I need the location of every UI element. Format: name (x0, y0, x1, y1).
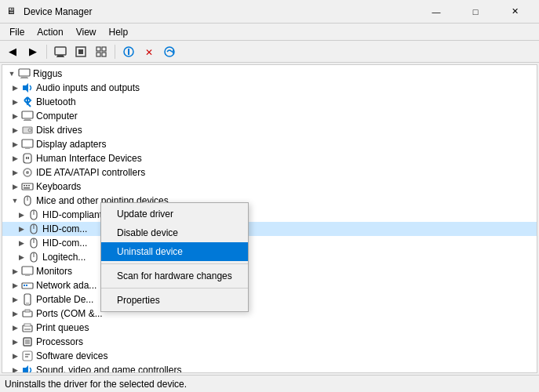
svg-rect-25 (25, 147, 30, 149)
tree-item-audio[interactable]: ▶Audio inputs and outputs (2, 81, 537, 95)
icon-mice (21, 194, 34, 207)
expand-btn-logitech[interactable]: ▶ (15, 251, 27, 263)
tree-item-monitors[interactable]: ▶Monitors (2, 264, 537, 278)
toolbar-btn-2[interactable] (71, 43, 90, 60)
label-network: Network ada... (36, 278, 97, 292)
expand-btn-hid-com2[interactable]: ▶ (15, 237, 27, 249)
icon-disk (21, 124, 34, 136)
label-portable: Portable De... (36, 292, 93, 307)
expand-btn-audio[interactable]: ▶ (9, 82, 21, 94)
expand-btn-processors[interactable]: ▶ (9, 336, 21, 348)
svg-rect-0 (55, 47, 66, 55)
icon-hid-mouse (27, 209, 40, 221)
label-computer: Computer (36, 109, 78, 123)
minimize-button[interactable]: — (418, 2, 454, 21)
tree-item-print[interactable]: ▶Print queues (2, 321, 537, 335)
expand-btn-hid[interactable]: ▶ (9, 152, 21, 165)
root-expand[interactable]: ▼ (5, 67, 18, 80)
ctx-uninstall-device[interactable]: Uninstall device (101, 242, 248, 261)
status-text: Uninstalls the driver for the selected d… (5, 379, 187, 390)
svg-rect-32 (24, 185, 25, 187)
svg-rect-24 (22, 140, 33, 147)
tree-item-hid-mouse[interactable]: ▶HID-compliant mouse (2, 208, 537, 222)
expand-btn-network[interactable]: ▶ (9, 279, 21, 292)
expand-btn-hid-mouse[interactable]: ▶ (15, 209, 27, 221)
expand-btn-mice[interactable]: ▼ (9, 194, 21, 207)
status-bar: Uninstalls the driver for the selected d… (0, 375, 539, 392)
tree-item-ports[interactable]: ▶Ports (COM &... (2, 307, 537, 321)
svg-rect-6 (102, 47, 106, 51)
forward-button[interactable]: ▶ (24, 43, 42, 60)
tree-item-bluetooth[interactable]: ▶Bluetooth (2, 95, 537, 109)
expand-btn-disk[interactable]: ▶ (9, 124, 21, 136)
expand-btn-ide[interactable]: ▶ (9, 166, 21, 179)
icon-monitors (21, 265, 34, 278)
tree-item-disk[interactable]: ▶Disk drives (2, 123, 537, 137)
ctx-properties[interactable]: Properties (101, 291, 248, 310)
svg-rect-59 (25, 339, 30, 344)
tree-root[interactable]: ▼ Riggus (2, 67, 537, 81)
icon-ports (21, 307, 34, 320)
label-hid: Human Interface Devices (36, 151, 142, 165)
toolbar-separator-2 (115, 45, 115, 59)
app-icon: 🖥 (6, 5, 19, 18)
expand-btn-computer[interactable]: ▶ (9, 110, 21, 122)
svg-rect-19 (22, 111, 33, 118)
expand-btn-display[interactable]: ▶ (9, 138, 21, 151)
window-controls: — □ ✕ (418, 2, 533, 21)
toolbar-btn-3[interactable] (92, 43, 111, 60)
expand-btn-print[interactable]: ▶ (9, 321, 21, 334)
tree-item-ide[interactable]: ▶IDE ATA/ATAPI controllers (2, 165, 537, 180)
expand-btn-keyboards[interactable]: ▶ (9, 180, 21, 193)
svg-rect-28 (28, 157, 30, 159)
svg-rect-50 (26, 285, 27, 286)
tree-item-display[interactable]: ▶Display adapters (2, 137, 537, 151)
expand-btn-sound[interactable]: ▶ (9, 364, 21, 372)
svg-rect-11 (128, 49, 129, 50)
scan-button[interactable] (160, 43, 179, 60)
svg-rect-21 (24, 120, 31, 121)
device-manager-button[interactable] (51, 43, 70, 60)
menu-action[interactable]: Action (31, 25, 69, 39)
menu-view[interactable]: View (70, 25, 103, 39)
icon-hid-com2 (27, 237, 40, 249)
toolbar-separator-1 (46, 45, 47, 59)
expand-btn-monitors[interactable]: ▶ (9, 265, 21, 278)
expand-btn-bluetooth[interactable]: ▶ (9, 96, 21, 108)
tree-item-hid[interactable]: ▶Human Interface Devices (2, 151, 537, 165)
tree-item-software[interactable]: ▶Software devices (2, 349, 537, 363)
tree-item-hid-com1[interactable]: ▶HID-com... (2, 222, 537, 236)
svg-rect-54 (25, 310, 30, 312)
ctx-separator-2 (101, 288, 248, 289)
expand-btn-software[interactable]: ▶ (9, 350, 21, 362)
tree-item-sound[interactable]: ▶Sound, video and game controllers (2, 363, 537, 372)
tree-item-processors[interactable]: ▶Processors (2, 335, 537, 349)
remove-button[interactable]: ✕ (140, 43, 158, 60)
menu-file[interactable]: File (3, 25, 31, 39)
tree-item-portable[interactable]: ▶Portable De... (2, 292, 537, 307)
expand-btn-hid-com1[interactable]: ▶ (15, 223, 27, 235)
ctx-disable-device[interactable]: Disable device (101, 223, 248, 242)
svg-rect-60 (23, 351, 32, 361)
tree-item-mice[interactable]: ▼Mice and other pointing devices (2, 194, 537, 208)
tree-item-logitech[interactable]: ▶Logitech... (2, 250, 537, 264)
expand-btn-portable[interactable]: ▶ (9, 293, 21, 306)
tree-item-network[interactable]: ▶Network ada... (2, 278, 537, 292)
icon-portable (21, 293, 34, 306)
svg-rect-52 (26, 303, 29, 304)
back-button[interactable]: ◀ (3, 43, 22, 60)
properties-button[interactable] (119, 43, 138, 60)
close-button[interactable]: ✕ (497, 2, 533, 21)
icon-ide (21, 166, 34, 179)
svg-marker-14 (172, 49, 173, 54)
tree-item-hid-com2[interactable]: ▶HID-com... (2, 236, 537, 250)
ctx-scan-hardware[interactable]: Scan for hardware changes (101, 267, 248, 285)
maximize-button[interactable]: □ (457, 2, 493, 21)
tree-item-keyboards[interactable]: ▶Keyboards (2, 180, 537, 194)
device-tree[interactable]: ▼ Riggus ▶Audio inputs and outputs▶Bluet… (2, 65, 537, 372)
expand-btn-ports[interactable]: ▶ (9, 307, 21, 320)
svg-rect-46 (22, 267, 33, 274)
tree-item-computer[interactable]: ▶Computer (2, 109, 537, 123)
ctx-update-driver[interactable]: Update driver (101, 205, 248, 223)
menu-help[interactable]: Help (103, 25, 135, 39)
